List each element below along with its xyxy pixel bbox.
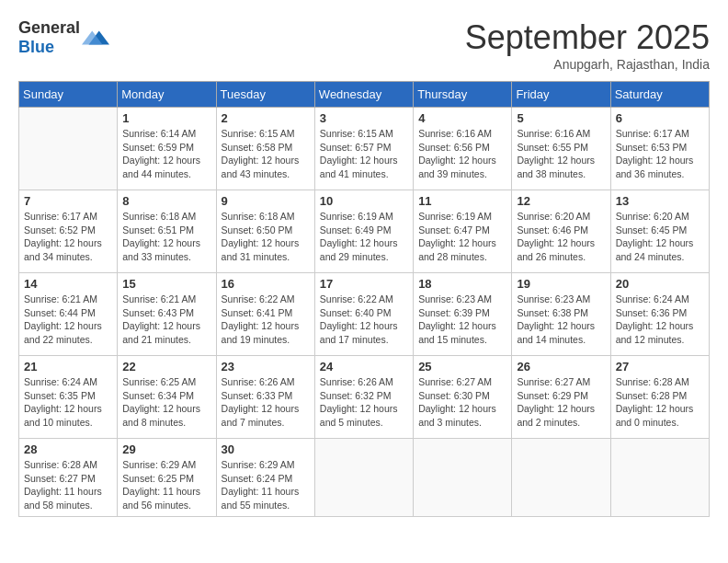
day-info: Sunrise: 6:26 AM Sunset: 6:33 PM Dayligh… (222, 375, 310, 430)
logo-general: General (18, 18, 80, 37)
day-number: 7 (24, 194, 112, 208)
calendar-cell: 10Sunrise: 6:19 AM Sunset: 6:49 PM Dayli… (314, 190, 413, 273)
day-number: 3 (320, 111, 408, 125)
day-number: 30 (222, 442, 310, 456)
calendar-header-saturday: Saturday (610, 82, 709, 108)
day-info: Sunrise: 6:29 AM Sunset: 6:25 PM Dayligh… (122, 458, 210, 512)
day-info: Sunrise: 6:23 AM Sunset: 6:38 PM Dayligh… (517, 293, 605, 347)
day-info: Sunrise: 6:29 AM Sunset: 6:24 PM Dayligh… (222, 458, 310, 512)
day-number: 26 (517, 360, 605, 373)
month-title: September 2025 (465, 18, 710, 57)
calendar-cell (414, 439, 512, 517)
calendar-cell: 28Sunrise: 6:28 AM Sunset: 6:27 PM Dayli… (19, 439, 118, 517)
calendar-cell: 23Sunrise: 6:26 AM Sunset: 6:33 PM Dayli… (216, 356, 314, 439)
calendar-cell: 20Sunrise: 6:24 AM Sunset: 6:36 PM Dayli… (610, 273, 709, 356)
calendar-cell: 18Sunrise: 6:23 AM Sunset: 6:39 PM Dayli… (414, 273, 512, 356)
day-number: 4 (418, 111, 506, 125)
day-info: Sunrise: 6:24 AM Sunset: 6:35 PM Dayligh… (24, 375, 112, 430)
day-number: 10 (320, 194, 408, 208)
calendar-cell (512, 439, 610, 517)
day-info: Sunrise: 6:25 AM Sunset: 6:34 PM Dayligh… (122, 375, 210, 430)
calendar-week-1: 1Sunrise: 6:14 AM Sunset: 6:59 PM Daylig… (19, 108, 710, 190)
day-info: Sunrise: 6:19 AM Sunset: 6:47 PM Dayligh… (418, 210, 506, 264)
calendar-cell: 1Sunrise: 6:14 AM Sunset: 6:59 PM Daylig… (118, 108, 216, 190)
day-info: Sunrise: 6:16 AM Sunset: 6:55 PM Dayligh… (517, 127, 605, 181)
calendar-header-friday: Friday (512, 82, 610, 108)
calendar-cell: 6Sunrise: 6:17 AM Sunset: 6:53 PM Daylig… (610, 108, 709, 190)
day-number: 1 (122, 111, 210, 125)
day-number: 25 (418, 360, 506, 373)
day-info: Sunrise: 6:22 AM Sunset: 6:40 PM Dayligh… (320, 293, 408, 347)
day-number: 15 (122, 277, 210, 291)
day-number: 27 (616, 360, 704, 373)
day-number: 11 (418, 194, 506, 208)
day-number: 23 (222, 360, 310, 373)
day-info: Sunrise: 6:15 AM Sunset: 6:58 PM Dayligh… (222, 127, 310, 181)
day-info: Sunrise: 6:14 AM Sunset: 6:59 PM Dayligh… (122, 127, 210, 181)
calendar-week-5: 28Sunrise: 6:28 AM Sunset: 6:27 PM Dayli… (19, 439, 710, 517)
calendar-week-3: 14Sunrise: 6:21 AM Sunset: 6:44 PM Dayli… (19, 273, 710, 356)
day-number: 2 (222, 111, 310, 125)
calendar-cell: 29Sunrise: 6:29 AM Sunset: 6:25 PM Dayli… (118, 439, 216, 517)
calendar-week-4: 21Sunrise: 6:24 AM Sunset: 6:35 PM Dayli… (19, 356, 710, 439)
day-info: Sunrise: 6:16 AM Sunset: 6:56 PM Dayligh… (418, 127, 506, 181)
day-info: Sunrise: 6:17 AM Sunset: 6:52 PM Dayligh… (24, 210, 112, 264)
calendar-cell: 15Sunrise: 6:21 AM Sunset: 6:43 PM Dayli… (118, 273, 216, 356)
calendar-header-wednesday: Wednesday (314, 82, 413, 108)
calendar-cell: 4Sunrise: 6:16 AM Sunset: 6:56 PM Daylig… (414, 108, 512, 190)
calendar-cell: 21Sunrise: 6:24 AM Sunset: 6:35 PM Dayli… (19, 356, 118, 439)
calendar-cell (314, 439, 413, 517)
day-info: Sunrise: 6:17 AM Sunset: 6:53 PM Dayligh… (616, 127, 704, 181)
calendar-cell: 19Sunrise: 6:23 AM Sunset: 6:38 PM Dayli… (512, 273, 610, 356)
calendar-cell: 3Sunrise: 6:15 AM Sunset: 6:57 PM Daylig… (314, 108, 413, 190)
calendar-cell: 25Sunrise: 6:27 AM Sunset: 6:30 PM Dayli… (414, 356, 512, 439)
day-number: 9 (222, 194, 310, 208)
calendar-header-row: SundayMondayTuesdayWednesdayThursdayFrid… (19, 82, 710, 108)
calendar-body: 1Sunrise: 6:14 AM Sunset: 6:59 PM Daylig… (19, 108, 710, 517)
calendar-cell: 13Sunrise: 6:20 AM Sunset: 6:45 PM Dayli… (610, 190, 709, 273)
day-number: 28 (24, 442, 112, 456)
logo-blue: Blue (18, 38, 54, 56)
day-info: Sunrise: 6:22 AM Sunset: 6:41 PM Dayligh… (222, 293, 310, 347)
day-info: Sunrise: 6:18 AM Sunset: 6:51 PM Dayligh… (122, 210, 210, 264)
day-info: Sunrise: 6:15 AM Sunset: 6:57 PM Dayligh… (320, 127, 408, 181)
calendar-cell: 22Sunrise: 6:25 AM Sunset: 6:34 PM Dayli… (118, 356, 216, 439)
day-info: Sunrise: 6:24 AM Sunset: 6:36 PM Dayligh… (616, 293, 704, 347)
calendar-header-monday: Monday (118, 82, 216, 108)
day-info: Sunrise: 6:28 AM Sunset: 6:28 PM Dayligh… (616, 375, 704, 430)
day-number: 21 (24, 360, 112, 373)
day-info: Sunrise: 6:27 AM Sunset: 6:29 PM Dayligh… (517, 375, 605, 430)
calendar-cell: 7Sunrise: 6:17 AM Sunset: 6:52 PM Daylig… (19, 190, 118, 273)
calendar-cell: 24Sunrise: 6:26 AM Sunset: 6:32 PM Dayli… (314, 356, 413, 439)
day-number: 13 (616, 194, 704, 208)
calendar-header-tuesday: Tuesday (216, 82, 314, 108)
calendar-cell (610, 439, 709, 517)
day-info: Sunrise: 6:28 AM Sunset: 6:27 PM Dayligh… (24, 458, 112, 512)
day-number: 6 (616, 111, 704, 125)
calendar-cell: 26Sunrise: 6:27 AM Sunset: 6:29 PM Dayli… (512, 356, 610, 439)
day-number: 12 (517, 194, 605, 208)
day-number: 22 (122, 360, 210, 373)
day-number: 29 (122, 442, 210, 456)
day-number: 5 (517, 111, 605, 125)
day-info: Sunrise: 6:19 AM Sunset: 6:49 PM Dayligh… (320, 210, 408, 264)
day-info: Sunrise: 6:20 AM Sunset: 6:45 PM Dayligh… (616, 210, 704, 264)
title-block: September 2025 Anupgarh, Rajasthan, Indi… (465, 18, 710, 72)
calendar-header-thursday: Thursday (414, 82, 512, 108)
day-number: 8 (122, 194, 210, 208)
logo: General Blue (18, 18, 109, 57)
day-info: Sunrise: 6:18 AM Sunset: 6:50 PM Dayligh… (222, 210, 310, 264)
calendar-cell: 17Sunrise: 6:22 AM Sunset: 6:40 PM Dayli… (314, 273, 413, 356)
calendar-cell: 30Sunrise: 6:29 AM Sunset: 6:24 PM Dayli… (216, 439, 314, 517)
calendar-cell (19, 108, 118, 190)
page-header: General Blue September 2025 Anupgarh, Ra… (18, 18, 710, 72)
calendar-cell: 2Sunrise: 6:15 AM Sunset: 6:58 PM Daylig… (216, 108, 314, 190)
calendar-cell: 12Sunrise: 6:20 AM Sunset: 6:46 PM Dayli… (512, 190, 610, 273)
day-info: Sunrise: 6:27 AM Sunset: 6:30 PM Dayligh… (418, 375, 506, 430)
calendar-cell: 27Sunrise: 6:28 AM Sunset: 6:28 PM Dayli… (610, 356, 709, 439)
logo-icon (82, 24, 109, 52)
day-number: 17 (320, 277, 408, 291)
day-info: Sunrise: 6:23 AM Sunset: 6:39 PM Dayligh… (418, 293, 506, 347)
day-number: 18 (418, 277, 506, 291)
calendar-cell: 9Sunrise: 6:18 AM Sunset: 6:50 PM Daylig… (216, 190, 314, 273)
